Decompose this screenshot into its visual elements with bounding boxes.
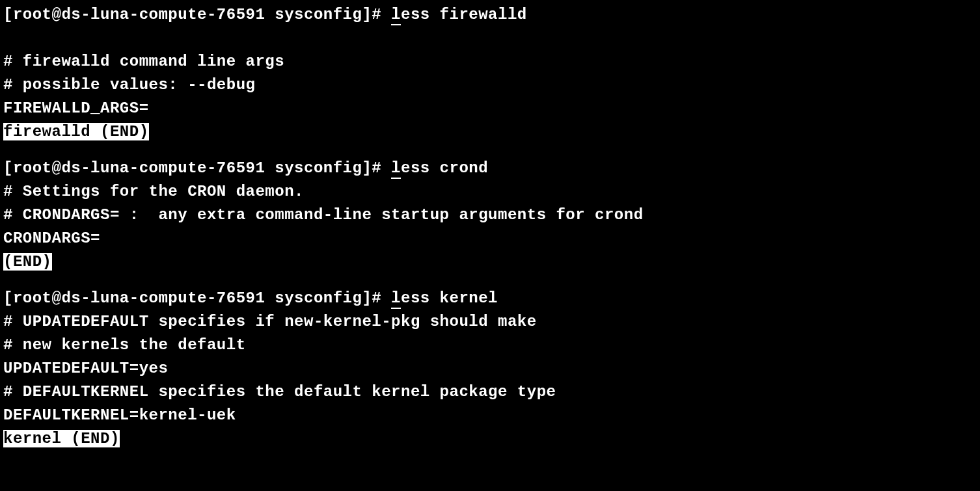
file-content-line: DEFAULTKERNEL=kernel-uek: [3, 404, 977, 427]
command-rest: ess firewalld: [401, 6, 527, 23]
terminal-blank: [3, 27, 977, 50]
file-content-line: CRONDARGS=: [3, 227, 977, 250]
less-end-marker[interactable]: firewalld (END): [3, 120, 977, 144]
less-end-marker[interactable]: kernel (END): [3, 427, 977, 451]
terminal-block-kernel: [root@ds-luna-compute-76591 sysconfig]# …: [3, 287, 977, 451]
prompt-line[interactable]: [root@ds-luna-compute-76591 sysconfig]# …: [3, 3, 977, 27]
command-rest: ess crond: [401, 159, 488, 177]
file-content-line: # CRONDARGS= : any extra command-line st…: [3, 204, 977, 227]
file-content-line: FIREWALLD_ARGS=: [3, 97, 977, 120]
file-content-line: # DEFAULTKERNEL specifies the default ke…: [3, 380, 977, 404]
shell-prompt: [root@ds-luna-compute-76591 sysconfig]#: [3, 159, 391, 177]
shell-prompt: [root@ds-luna-compute-76591 sysconfig]#: [3, 6, 391, 23]
file-content-line: # UPDATEDEFAULT specifies if new-kernel-…: [3, 310, 977, 334]
file-content-line: # firewalld command line args: [3, 50, 977, 73]
file-content-line: # possible values: --debug: [3, 73, 977, 97]
command-first-letter: l: [391, 6, 401, 25]
command-rest: ess kernel: [401, 289, 498, 307]
less-end-marker[interactable]: (END): [3, 250, 977, 274]
file-content-line: # Settings for the CRON daemon.: [3, 180, 977, 204]
prompt-line[interactable]: [root@ds-luna-compute-76591 sysconfig]# …: [3, 287, 977, 310]
terminal-block-crond: [root@ds-luna-compute-76591 sysconfig]# …: [3, 157, 977, 274]
shell-prompt: [root@ds-luna-compute-76591 sysconfig]#: [3, 289, 391, 307]
terminal-block-firewalld: [root@ds-luna-compute-76591 sysconfig]# …: [3, 3, 977, 144]
file-content-line: # new kernels the default: [3, 334, 977, 357]
command-first-letter: l: [391, 289, 401, 309]
command-first-letter: l: [391, 159, 401, 179]
file-content-line: UPDATEDEFAULT=yes: [3, 357, 977, 380]
prompt-line[interactable]: [root@ds-luna-compute-76591 sysconfig]# …: [3, 157, 977, 180]
